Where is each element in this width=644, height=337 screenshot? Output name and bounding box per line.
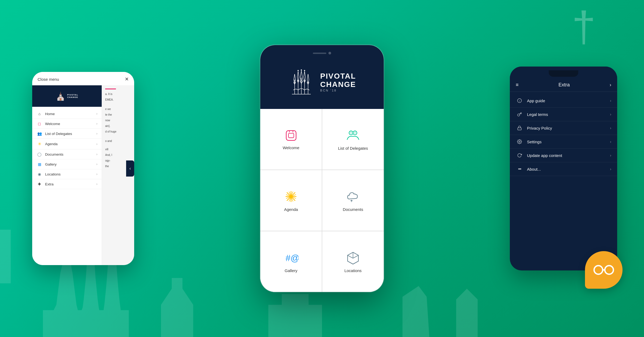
privacy-arrow-icon: › (610, 126, 611, 130)
svg-line-28 (305, 71, 305, 77)
menu-item-gallery[interactable]: ▦ Gallery › (32, 159, 102, 169)
svg-point-30 (304, 80, 305, 82)
menu-item-agenda[interactable]: ✳ Agenda › (32, 139, 102, 149)
about-arrow-icon: › (610, 167, 611, 171)
svg-point-40 (298, 70, 299, 71)
agenda-icon-grid (284, 189, 298, 204)
right-phone-notch-area (510, 67, 617, 78)
grid-item-documents[interactable]: Documents (322, 170, 384, 231)
svg-rect-67 (518, 128, 521, 130)
right-menu-about-label: About... (527, 167, 610, 171)
right-menu-legal-label: Legal terms (527, 112, 610, 117)
legal-arrow-icon: › (610, 112, 611, 116)
menu-item-welcome-label: Welcome (45, 122, 96, 126)
yellow-chat-bubble[interactable] (585, 251, 623, 289)
hamburger-icon[interactable]: ≡ (516, 82, 519, 88)
svg-point-10 (294, 82, 295, 83)
svg-line-62 (347, 255, 353, 258)
menu-item-extra[interactable]: ✚ Extra › (32, 179, 102, 189)
svg-line-21 (301, 71, 302, 77)
left-phone-logo-area: ⛪ PIVOTAL CHANGE (32, 85, 102, 107)
home-arrow-icon: › (96, 112, 97, 116)
right-menu-item-update[interactable]: Update app content › (510, 149, 617, 162)
preview-text-10: And, I (105, 153, 131, 157)
grid-item-locations[interactable]: Locations (322, 231, 384, 292)
svg-point-47 (350, 132, 352, 134)
center-phone: PIVOTALCHANGE BCN '18 Welcome (260, 45, 384, 292)
svg-point-17 (297, 80, 299, 82)
menu-item-home-label: Home (45, 112, 96, 116)
menu-item-locations[interactable]: ◉ Locations › (32, 169, 102, 179)
left-phone: Close menu ✕ ⛪ PIVOTAL CHANGE (32, 72, 134, 265)
svg-rect-41 (286, 130, 296, 140)
center-notch-area (260, 45, 384, 58)
right-menu-item-legal[interactable]: Legal terms › (510, 108, 617, 121)
glasses-icon (593, 263, 614, 277)
svg-point-23 (300, 80, 302, 83)
left-logo-container: ⛪ PIVOTAL CHANGE (56, 91, 78, 101)
right-phone-title: Extra (558, 82, 570, 88)
welcome-grid-label: Welcome (283, 145, 299, 150)
brand-subtitle: BCN '18 (320, 89, 356, 92)
svg-rect-42 (288, 133, 294, 138)
menu-item-welcome[interactable]: ◻ Welcome › (32, 119, 102, 129)
grid-item-agenda[interactable]: Agenda (260, 170, 322, 231)
settings-icon (516, 139, 523, 144)
preview-text-6: ain]. (105, 124, 131, 128)
locations-arrow-icon: › (96, 172, 97, 176)
right-menu-app-guide-label: App guide (527, 98, 610, 103)
preview-text-4: te the (105, 113, 131, 117)
menu-item-documents[interactable]: ◯ Documents › (32, 149, 102, 159)
close-icon[interactable]: ✕ (125, 76, 129, 82)
preview-text-5: now (105, 118, 131, 122)
legal-icon (516, 112, 523, 117)
gallery-icon: ▦ (36, 162, 42, 166)
right-phone-menu-list: App guide › Legal terms › Privacy (510, 92, 617, 178)
right-menu-privacy-label: Privacy Policy (527, 126, 610, 130)
svg-line-20 (300, 71, 301, 77)
right-menu-item-about[interactable]: ••• About... › (510, 162, 617, 176)
documents-icon: ◯ (36, 152, 42, 156)
about-icon: ••• (516, 167, 523, 171)
svg-line-63 (353, 255, 358, 258)
grid-item-gallery[interactable]: #@ Gallery (260, 231, 322, 292)
grid-item-welcome[interactable]: Welcome (260, 109, 322, 170)
menu-item-home[interactable]: ⌂ Home › (32, 109, 102, 119)
svg-point-69 (594, 266, 603, 274)
right-phone-notch (549, 70, 578, 77)
extra-arrow-icon: › (96, 182, 97, 186)
svg-line-34 (308, 74, 309, 79)
documents-icon-grid (346, 189, 360, 204)
speaker-grill (313, 53, 326, 54)
svg-line-27 (304, 71, 305, 77)
documents-arrow-icon: › (96, 152, 97, 156)
delegates-icon: 👥 (36, 131, 42, 136)
right-menu-item-settings[interactable]: Settings › (510, 135, 617, 149)
right-phone-back-arrow[interactable]: › (610, 82, 611, 88)
right-menu-item-app-guide[interactable]: App guide › (510, 94, 617, 108)
svg-point-24 (301, 78, 302, 80)
left-phone-topbar: Close menu ✕ (32, 72, 134, 85)
pivotal-brand-text: PIVOTALCHANGE BCN '18 (320, 72, 356, 92)
settings-arrow-icon: › (610, 140, 611, 144)
center-notch (305, 49, 339, 57)
documents-grid-label: Documents (343, 207, 363, 212)
left-phone-back-chevron[interactable]: ‹ (126, 160, 134, 177)
menu-item-locations-label: Locations (45, 172, 96, 176)
menu-item-delegates-label: List of Delegates (45, 132, 96, 136)
center-phone-header: PIVOTALCHANGE BCN '18 (260, 58, 384, 109)
right-phone-header: ≡ Extra › (510, 78, 617, 92)
svg-line-33 (307, 74, 308, 79)
locations-grid-label: Locations (344, 268, 361, 273)
menu-item-extra-label: Extra (45, 182, 96, 186)
locations-icon: ◉ (36, 172, 42, 176)
right-menu-settings-label: Settings (527, 140, 610, 144)
home-icon: ⌂ (36, 112, 42, 116)
menu-item-delegates[interactable]: 👥 List of Delegates › (32, 129, 102, 139)
grid-item-delegates[interactable]: List of Delegates (322, 109, 384, 170)
gallery-arrow-icon: › (96, 162, 97, 166)
svg-point-68 (519, 141, 520, 142)
left-phone-menu-list: ⌂ Home › ◻ Welcome › 👥 List of Delegates… (32, 107, 102, 191)
svg-line-14 (297, 71, 298, 77)
right-menu-item-privacy[interactable]: Privacy Policy › (510, 121, 617, 135)
